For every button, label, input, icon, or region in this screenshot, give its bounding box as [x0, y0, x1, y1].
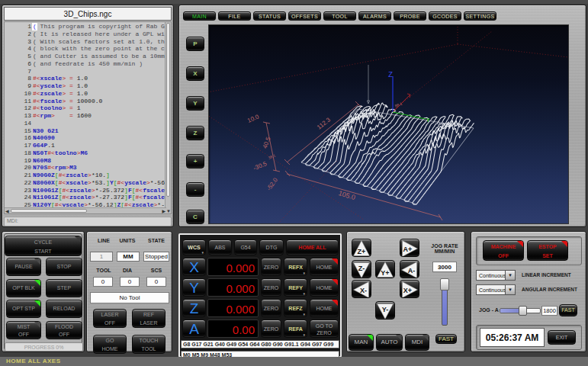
svg-text:Z: Z — [388, 71, 393, 79]
svg-text:105.0: 105.0 — [338, 189, 356, 201]
svg-text:Y+: Y+ — [381, 269, 389, 277]
svg-text:Y: Y — [426, 117, 430, 123]
svg-text:10.0: 10.0 — [246, 113, 260, 124]
svg-text:X+: X+ — [403, 287, 412, 294]
svg-text:A-: A- — [408, 267, 416, 274]
svg-text:88.1: 88.1 — [394, 101, 403, 108]
svg-text:Z+: Z+ — [358, 248, 366, 255]
svg-text:X-: X- — [360, 287, 367, 294]
svg-text:A+: A+ — [403, 246, 413, 253]
svg-text:-52.0: -52.0 — [265, 176, 279, 192]
svg-text:112.3: 112.3 — [316, 116, 332, 130]
svg-text:38.1: 38.1 — [268, 152, 277, 159]
svg-text:Z-: Z- — [358, 265, 365, 272]
svg-text:-30.5: -30.5 — [252, 160, 268, 172]
svg-text:Y-: Y- — [382, 306, 389, 313]
